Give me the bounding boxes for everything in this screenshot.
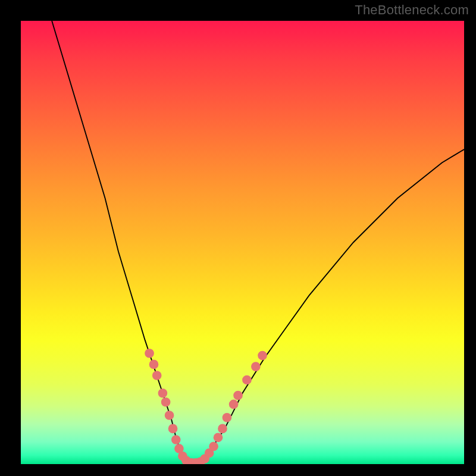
data-marker (158, 389, 168, 398)
data-marker (171, 435, 181, 444)
data-marker-group (145, 349, 267, 464)
data-marker (209, 441, 218, 451)
data-marker (229, 400, 239, 409)
data-marker (165, 411, 174, 420)
data-marker (214, 433, 223, 442)
data-marker (251, 362, 261, 371)
data-marker (223, 413, 232, 422)
watermark-text: TheBottleneck.com (355, 2, 469, 18)
data-marker (242, 375, 252, 385)
data-marker (152, 371, 162, 380)
data-marker (258, 351, 267, 361)
data-marker (145, 349, 154, 358)
chart-overlay-svg (21, 21, 464, 464)
data-marker (233, 391, 243, 400)
data-marker (168, 424, 178, 434)
curve-left-branch (52, 21, 189, 464)
data-marker (218, 424, 227, 434)
data-marker (149, 360, 159, 369)
data-marker (161, 397, 171, 407)
outer-frame: TheBottleneck.com (0, 0, 476, 476)
